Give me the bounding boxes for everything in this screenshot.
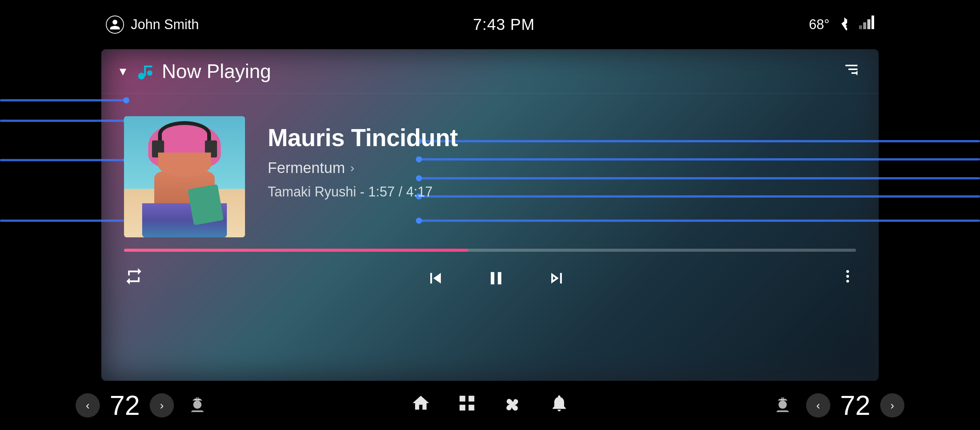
controls-section	[101, 252, 879, 309]
progress-fill	[124, 249, 468, 252]
music-note-icon	[135, 62, 154, 81]
left-temp-increase-button[interactable]: ›	[150, 393, 174, 417]
status-right: 68°	[809, 16, 874, 34]
signal-icon	[859, 16, 874, 34]
repeat-button[interactable]	[124, 267, 144, 290]
previous-button[interactable]	[420, 263, 451, 293]
more-options-button[interactable]	[839, 268, 856, 288]
svg-point-11	[512, 401, 515, 405]
now-playing-title: Now Playing	[162, 60, 842, 83]
grid-button[interactable]	[457, 393, 477, 417]
right-temp-decrease-button[interactable]: ‹	[806, 393, 830, 417]
svg-point-4	[138, 73, 145, 80]
svg-rect-0	[859, 26, 862, 29]
svg-point-10	[846, 280, 849, 282]
track-info: Mauris Tincidunt Fermentum › Tamaki Ryus…	[268, 116, 856, 200]
track-artist-time: Tamaki Ryushi - 1:57 / 4:17	[268, 184, 856, 200]
left-temp-decrease-button[interactable]: ‹	[76, 393, 100, 417]
bluetooth-icon	[838, 16, 850, 34]
dropdown-button[interactable]: ▾	[119, 63, 126, 79]
left-temp-control: ‹ 72 ›	[76, 390, 207, 421]
progress-bar[interactable]	[124, 249, 856, 252]
svg-point-9	[846, 275, 849, 277]
svg-point-5	[147, 70, 153, 76]
left-temp-value: 72	[106, 390, 144, 421]
status-left: John Smith	[106, 16, 199, 34]
bottom-bar: ‹ 72 ›	[0, 381, 980, 430]
home-button[interactable]	[411, 393, 431, 417]
next-button[interactable]	[541, 263, 572, 293]
track-album[interactable]: Fermentum ›	[268, 159, 856, 176]
svg-rect-7	[144, 66, 153, 67]
right-seat-heat-icon[interactable]	[773, 395, 792, 416]
right-temp-increase-button[interactable]: ›	[880, 393, 904, 417]
user-avatar-icon	[106, 16, 124, 34]
svg-point-8	[846, 270, 849, 273]
player-content: Mauris Tincidunt Fermentum › Tamaki Ryus…	[101, 93, 879, 245]
current-time: 7:43 PM	[473, 16, 535, 34]
svg-rect-3	[872, 16, 874, 29]
temperature-display: 68°	[809, 17, 829, 32]
right-temp-value: 72	[836, 390, 874, 421]
player-header: ▾ Now Playing	[101, 49, 879, 93]
nav-icons	[411, 393, 569, 417]
pause-button[interactable]	[481, 263, 511, 293]
track-title: Mauris Tincidunt	[268, 124, 856, 152]
player-container: ▾ Now Playing	[101, 49, 879, 381]
queue-icon[interactable]	[842, 60, 861, 82]
left-seat-heat-icon[interactable]	[188, 395, 207, 416]
user-name: John Smith	[131, 17, 199, 32]
fan-button[interactable]	[503, 393, 523, 417]
album-chevron-icon: ›	[350, 161, 355, 175]
right-temp-control: ‹ 72 ›	[773, 390, 904, 421]
bell-button[interactable]	[549, 393, 569, 417]
playback-controls	[153, 263, 839, 293]
svg-rect-2	[867, 19, 870, 29]
album-art	[124, 116, 245, 237]
svg-rect-1	[863, 22, 866, 29]
status-bar: John Smith 7:43 PM 68°	[0, 0, 980, 49]
progress-section	[101, 249, 879, 252]
